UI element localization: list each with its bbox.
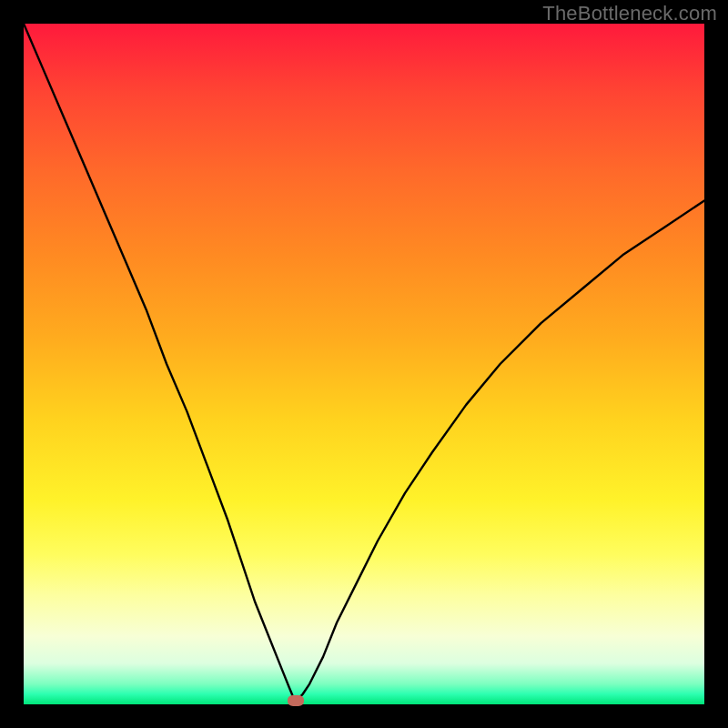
watermark-text: TheBottleneck.com [542,2,717,25]
chart-container: TheBottleneck.com [0,0,728,728]
optimal-point-marker [288,695,304,706]
bottleneck-curve-svg [24,24,704,704]
bottleneck-curve-path [24,24,704,699]
